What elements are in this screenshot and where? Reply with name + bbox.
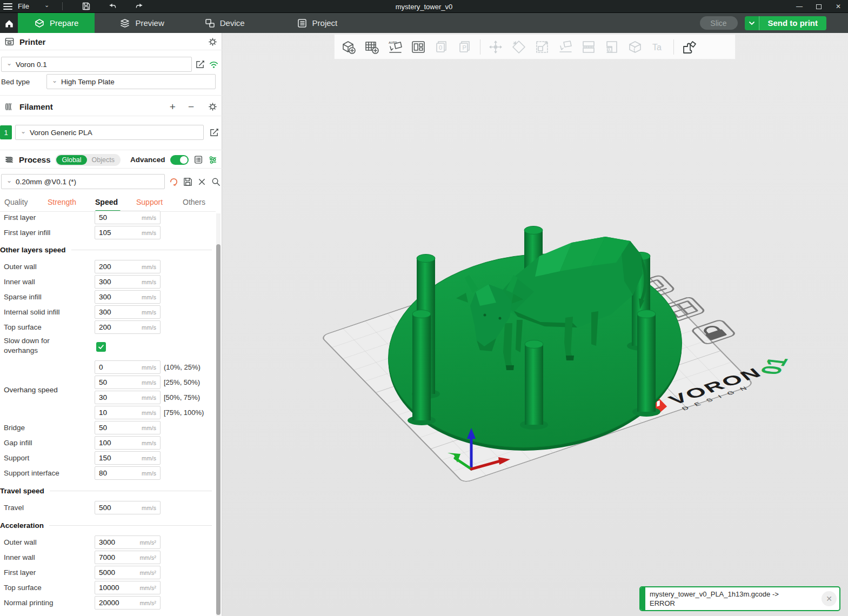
setting-unit: mm/s [142, 410, 156, 416]
tune-parameters-icon[interactable] [208, 155, 218, 165]
tab-project[interactable]: Project [282, 13, 353, 33]
inner-wall-accel-input[interactable]: 7000 mm/s² [95, 551, 161, 564]
tab-quality[interactable]: Quality [4, 198, 28, 206]
check-icon [98, 344, 104, 350]
scope-objects[interactable]: Objects [87, 156, 119, 164]
setting-value: 200 [99, 323, 142, 331]
support-speed-input[interactable]: 150 mm/s [95, 451, 161, 465]
file-menu-chevron-icon[interactable]: ⌄ [44, 2, 49, 9]
filament-settings-gear-icon[interactable] [208, 102, 218, 112]
slice-button[interactable]: Slice [700, 16, 738, 30]
tab-prepare[interactable]: Prepare [18, 13, 95, 33]
setting-unit: mm/s [142, 279, 156, 285]
printer-settings-gear-icon[interactable] [208, 37, 218, 47]
gap-infill-speed-input[interactable]: 100 mm/s [95, 436, 161, 450]
move-tool-icon[interactable] [488, 39, 504, 55]
filament-select[interactable]: ⌄ Voron Generic PLA [15, 125, 204, 140]
device-icon [204, 18, 215, 29]
first-layer-speed-input[interactable]: 50 mm/s [95, 211, 161, 224]
redo-icon[interactable] [135, 2, 144, 11]
process-profile-select[interactable]: ⌄ 0.20mm @V0.1 (*) [1, 174, 165, 189]
home-button[interactable] [0, 13, 18, 33]
add-plate-icon[interactable] [364, 39, 380, 55]
edit-printer-icon[interactable] [195, 59, 205, 70]
toast-close-button[interactable]: ✕ [822, 591, 837, 606]
overhang-speed-input-4[interactable]: 10 mm/s [95, 406, 161, 419]
auto-orient-icon[interactable]: AUTO [387, 39, 403, 55]
save-icon[interactable] [82, 2, 91, 11]
setting-label: Internal solid infill [4, 304, 60, 319]
send-options-button[interactable] [745, 16, 759, 30]
tab-support[interactable]: Support [136, 198, 163, 206]
travel-speed-input[interactable]: 500 mm/s [95, 501, 161, 514]
close-button[interactable]: ✕ [829, 0, 848, 13]
undo-icon[interactable] [108, 2, 117, 11]
clear-profile-icon[interactable] [197, 177, 207, 187]
slow-down-overhangs-checkbox[interactable] [96, 342, 106, 352]
setting-row: Support interface 80 mm/s [0, 465, 216, 480]
setting-value: 30 [99, 393, 142, 401]
tab-others[interactable]: Others [183, 198, 205, 206]
chevron-down-icon [749, 20, 755, 26]
file-menu[interactable]: File [18, 2, 29, 10]
support-interface-speed-input[interactable]: 80 mm/s [95, 466, 161, 480]
save-profile-icon[interactable] [183, 177, 193, 187]
bed-type-select[interactable]: ⌄ High Temp Plate [46, 74, 216, 89]
section-travel-speed: Travel speed [0, 484, 212, 497]
text-tool-icon[interactable]: Ta [650, 39, 666, 55]
overhang-speed-input-3[interactable]: 30 mm/s [95, 391, 161, 404]
arrange-objects-icon[interactable] [410, 39, 426, 55]
overhang-speed-input-1[interactable]: 0 mm/s [95, 360, 161, 374]
assembly-view-icon[interactable] [681, 39, 697, 55]
tab-preview[interactable]: Preview [104, 13, 179, 33]
sparse-infill-speed-input[interactable]: 300 mm/s [95, 290, 161, 304]
search-settings-icon[interactable] [211, 177, 221, 187]
lay-on-face-icon[interactable] [557, 39, 573, 55]
process-section-header: Process Global Objects Advanced [4, 152, 218, 168]
outer-wall-speed-input[interactable]: 200 mm/s [95, 260, 161, 273]
remove-filament-icon[interactable]: − [188, 101, 194, 113]
printer-select[interactable]: ⌄ Voron 0.1 [1, 57, 192, 72]
scrollbar-thumb[interactable] [216, 244, 221, 615]
edit-filament-icon[interactable] [209, 128, 219, 138]
overhang-speed-input-2[interactable]: 50 mm/s [95, 376, 161, 389]
outer-wall-accel-input[interactable]: 3000 mm/s² [95, 535, 161, 549]
scene-3d[interactable]: VORON DESIGN 01 [222, 33, 848, 616]
scope-global[interactable]: Global [56, 155, 86, 165]
add-model-icon[interactable] [340, 39, 357, 55]
tab-prepare-label: Prepare [50, 18, 78, 28]
internal-solid-infill-speed-input[interactable]: 300 mm/s [95, 305, 161, 319]
add-filament-icon[interactable]: + [170, 101, 176, 113]
send-to-print-button[interactable]: Send to print [759, 16, 827, 30]
advanced-toggle[interactable] [170, 155, 189, 165]
top-surface-speed-input[interactable]: 200 mm/s [95, 320, 161, 334]
normal-printing-accel-input[interactable]: 20000 mm/s² [95, 596, 161, 610]
tab-device[interactable]: Device [189, 13, 260, 33]
paste-icon[interactable]: P [457, 39, 473, 55]
wifi-connected-icon[interactable] [209, 59, 219, 70]
setting-value: 80 [99, 469, 142, 477]
hamburger-menu-icon[interactable] [3, 3, 12, 10]
first-layer-infill-speed-input[interactable]: 105 mm/s [95, 226, 161, 239]
copy-icon[interactable]: 0 [433, 39, 450, 55]
bridge-speed-input[interactable]: 50 mm/s [95, 421, 161, 434]
support-paint-icon[interactable] [604, 39, 620, 55]
first-layer-accel-input[interactable]: 5000 mm/s² [95, 566, 161, 579]
parameter-list-icon[interactable] [193, 155, 203, 165]
setting-row: First layer 5000 mm/s² [0, 565, 216, 580]
seam-paint-icon[interactable] [627, 39, 643, 55]
split-object-icon[interactable] [580, 39, 597, 55]
maximize-button[interactable] [809, 0, 829, 13]
tab-speed[interactable]: Speed [95, 198, 118, 206]
setting-value: 5000 [99, 568, 139, 577]
home-icon [4, 18, 15, 29]
process-scope-toggle[interactable]: Global Objects [55, 154, 121, 166]
scale-tool-icon[interactable] [534, 39, 550, 55]
printer-icon [4, 37, 15, 47]
inner-wall-speed-input[interactable]: 300 mm/s [95, 275, 161, 289]
reset-profile-icon[interactable] [169, 177, 179, 187]
tab-strength[interactable]: Strength [48, 198, 76, 206]
minimize-button[interactable]: — [790, 0, 809, 13]
rotate-tool-icon[interactable] [511, 39, 527, 55]
top-surface-accel-input[interactable]: 10000 mm/s² [95, 581, 161, 594]
